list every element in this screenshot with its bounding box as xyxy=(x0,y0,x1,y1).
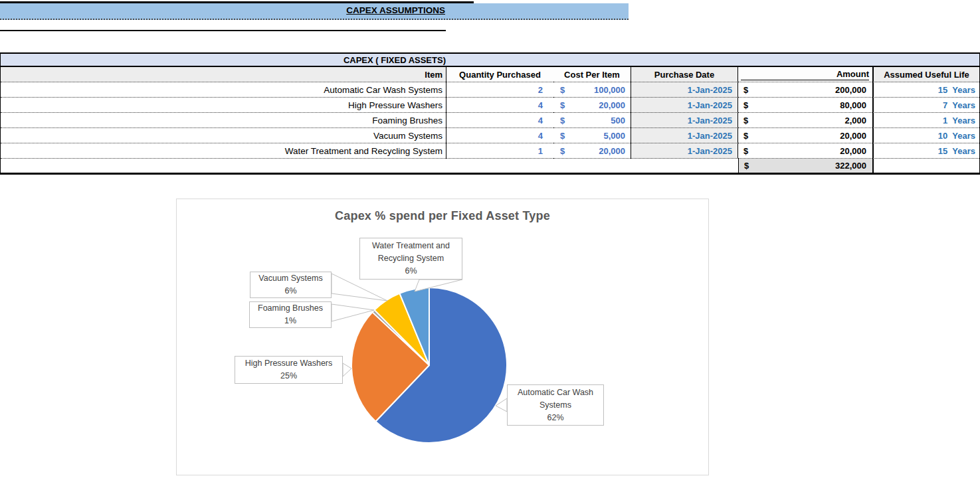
cell-qty[interactable]: 4 xyxy=(446,128,553,143)
currency-symbol: $ xyxy=(560,116,565,125)
cell-cost[interactable]: $20,000 xyxy=(553,143,631,159)
currency-symbol: $ xyxy=(560,100,565,110)
cell-item[interactable]: Foaming Brushes xyxy=(1,113,446,128)
cell-amount[interactable]: $2,000 xyxy=(738,113,872,128)
life-value: 7 xyxy=(935,100,947,110)
currency-symbol: $ xyxy=(560,131,565,141)
cell-amount[interactable]: $200,000 xyxy=(738,82,872,98)
cell-qty[interactable]: 4 xyxy=(446,113,553,128)
callout-label: Vacuum Systems xyxy=(250,272,331,285)
amount-value: 2,000 xyxy=(844,116,866,125)
life-unit: Years xyxy=(952,100,975,110)
cell-amount[interactable]: $20,000 xyxy=(738,143,872,159)
total-row-spacer[interactable] xyxy=(553,159,631,173)
cell-item[interactable]: Vacuum Systems xyxy=(1,128,446,143)
col-header-cost[interactable]: Cost Per Item xyxy=(553,67,631,82)
cell-cost[interactable]: $100,000 xyxy=(553,82,631,98)
currency-symbol: $ xyxy=(743,85,748,95)
cost-value: 500 xyxy=(611,116,625,125)
total-row-spacer[interactable] xyxy=(1,159,446,173)
cost-value: 20,000 xyxy=(599,100,625,110)
life-unit: Years xyxy=(952,85,975,95)
page-title: CAPEX ASSUMPTIONS xyxy=(346,5,445,15)
col-header-qty[interactable]: Quantity Purchased xyxy=(446,67,553,82)
life-unit: Years xyxy=(952,146,975,156)
callout-label: Water Treatment and Recycling System xyxy=(360,240,462,265)
cell-qty[interactable]: 4 xyxy=(446,98,553,113)
page-title-banner[interactable]: CAPEX ASSUMPTIONS xyxy=(0,3,629,20)
cell-life[interactable]: 15Years xyxy=(872,143,979,159)
cell-life[interactable]: 10Years xyxy=(872,128,979,143)
total-amount-cell[interactable]: $322,000 xyxy=(738,159,872,173)
cell-amount[interactable]: $80,000 xyxy=(738,98,872,113)
cell-life[interactable]: 1Years xyxy=(872,113,979,128)
callout-water-treatment: Water Treatment and Recycling System 6% xyxy=(359,238,462,280)
cell-amount[interactable]: $20,000 xyxy=(738,128,872,143)
callout-label: Automatic Car Wash Systems xyxy=(508,386,603,412)
cell-cost[interactable]: $20,000 xyxy=(553,98,631,113)
callout-high-pressure-washers: High Pressure Washers 25% xyxy=(235,356,343,384)
currency-symbol: $ xyxy=(743,116,748,125)
cell-qty[interactable]: 2 xyxy=(446,82,553,98)
callout-label: Foaming Brushes xyxy=(250,302,331,315)
cell-item[interactable]: Water Treatment and Recycling System xyxy=(1,143,446,159)
callout-percent: 6% xyxy=(250,285,331,297)
cell-date[interactable]: 1-Jan-2025 xyxy=(631,128,738,143)
amount-value: 80,000 xyxy=(840,100,866,110)
separator-line xyxy=(0,30,446,31)
cell-qty[interactable]: 1 xyxy=(446,143,553,159)
currency-symbol: $ xyxy=(744,161,749,171)
amount-value: 20,000 xyxy=(840,146,866,156)
col-header-date[interactable]: Purchase Date xyxy=(631,67,738,82)
amount-value: 200,000 xyxy=(835,85,866,95)
callout-foaming-brushes: Foaming Brushes 1% xyxy=(249,301,332,328)
life-unit: Years xyxy=(952,116,975,125)
cell-life[interactable]: 15Years xyxy=(872,82,979,98)
cell-date[interactable]: 1-Jan-2025 xyxy=(631,82,738,98)
callout-label: High Pressure Washers xyxy=(235,357,342,370)
cost-value: 20,000 xyxy=(599,146,625,156)
currency-symbol: $ xyxy=(560,85,565,95)
total-row-spacer[interactable] xyxy=(446,159,553,173)
cell-cost[interactable]: $5,000 xyxy=(553,128,631,143)
cell-life[interactable]: 7Years xyxy=(872,98,979,113)
col-header-item[interactable]: Item xyxy=(1,67,446,82)
cell-date[interactable]: 1-Jan-2025 xyxy=(631,143,738,159)
callout-percent: 6% xyxy=(360,265,462,278)
currency-symbol: $ xyxy=(560,146,565,156)
life-unit: Years xyxy=(952,131,975,141)
life-value: 1 xyxy=(935,116,947,125)
cost-value: 100,000 xyxy=(594,85,625,95)
amount-value: 20,000 xyxy=(840,131,866,141)
capex-pie-chart[interactable]: Capex % spend per Fixed Asset Type Water… xyxy=(176,199,709,475)
table-title-row[interactable]: CAPEX ( FIXED ASSETS) xyxy=(1,54,979,67)
total-row-spacer[interactable] xyxy=(872,159,979,173)
total-amount-value: 322,000 xyxy=(835,161,866,171)
callout-automatic-car-wash: Automatic Car Wash Systems 62% xyxy=(507,384,604,426)
cell-date[interactable]: 1-Jan-2025 xyxy=(631,113,738,128)
currency-symbol: $ xyxy=(743,146,748,156)
cell-item[interactable]: High Pressure Washers xyxy=(1,98,446,113)
life-value: 15 xyxy=(935,146,947,156)
table-title: CAPEX ( FIXED ASSETS) xyxy=(343,55,446,65)
callout-vacuum-systems: Vacuum Systems 6% xyxy=(250,272,332,298)
cell-cost[interactable]: $500 xyxy=(553,113,631,128)
capex-table: CAPEX ( FIXED ASSETS) Item Quantity Purc… xyxy=(0,52,980,175)
life-value: 15 xyxy=(935,85,947,95)
callout-percent: 25% xyxy=(235,370,342,382)
cell-item[interactable]: Automatic Car Wash Systems xyxy=(1,82,446,98)
spreadsheet-view: CAPEX ASSUMPTIONS CAPEX ( FIXED ASSETS) … xyxy=(0,0,980,496)
cost-value: 5,000 xyxy=(603,131,625,141)
col-header-life[interactable]: Assumed Useful Life xyxy=(872,67,979,82)
currency-symbol: $ xyxy=(743,131,748,141)
total-row-spacer[interactable] xyxy=(631,159,738,173)
cell-date[interactable]: 1-Jan-2025 xyxy=(631,98,738,113)
life-value: 10 xyxy=(935,131,947,141)
callout-percent: 62% xyxy=(508,412,603,424)
callout-percent: 1% xyxy=(250,315,331,327)
currency-symbol: $ xyxy=(743,100,748,110)
amount-underline: Amount xyxy=(741,69,869,80)
col-header-amount[interactable]: Amount xyxy=(738,67,872,82)
